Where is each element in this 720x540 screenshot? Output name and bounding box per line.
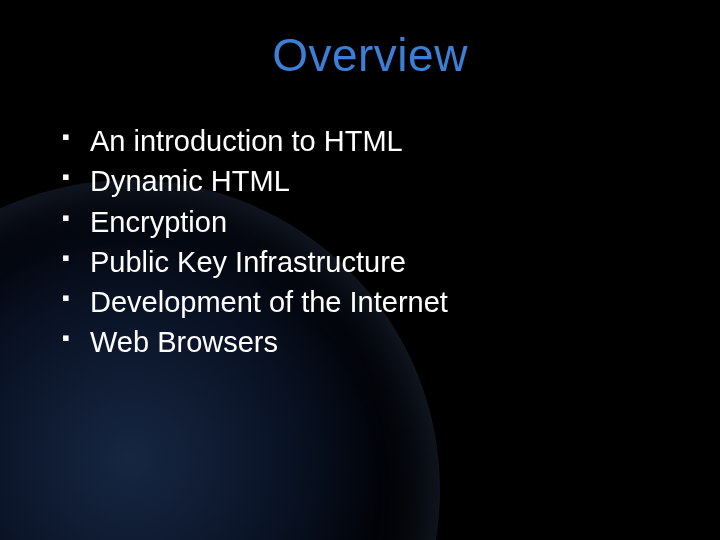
list-item: An introduction to HTML <box>60 122 680 160</box>
list-item: Public Key Infrastructure <box>60 243 680 281</box>
slide: Overview An introduction to HTML Dynamic… <box>0 0 720 540</box>
bullet-list: An introduction to HTML Dynamic HTML Enc… <box>60 122 680 362</box>
list-item: Development of the Internet <box>60 283 680 321</box>
bullet-text: Web Browsers <box>90 326 278 358</box>
slide-title: Overview <box>60 28 680 82</box>
bullet-text: Public Key Infrastructure <box>90 246 406 278</box>
bullet-text: Dynamic HTML <box>90 165 290 197</box>
bullet-text: An introduction to HTML <box>90 125 403 157</box>
list-item: Dynamic HTML <box>60 162 680 200</box>
bullet-text: Development of the Internet <box>90 286 448 318</box>
list-item: Encryption <box>60 203 680 241</box>
list-item: Web Browsers <box>60 323 680 361</box>
bullet-text: Encryption <box>90 206 227 238</box>
